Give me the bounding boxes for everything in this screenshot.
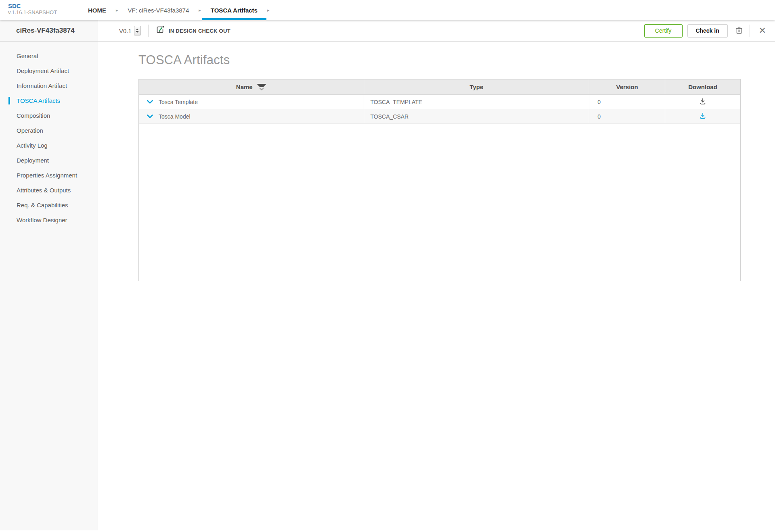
- artifact-type: TOSCA_CSAR: [364, 109, 590, 123]
- table-header-row: Name Type Version Download: [139, 79, 740, 95]
- table-row[interactable]: Tosca Model TOSCA_CSAR 0: [139, 109, 740, 124]
- breadcrumb-home[interactable]: HOME: [79, 0, 115, 20]
- version-spinner[interactable]: [134, 26, 141, 35]
- sidebar-item-operation[interactable]: Operation: [0, 123, 98, 138]
- breadcrumb-arrow-icon: ▸: [115, 8, 119, 13]
- sidebar-item-deployment-artifact[interactable]: Deployment Artifact: [0, 63, 98, 78]
- lifecycle-status: IN DESIGN CHECK OUT: [156, 25, 230, 36]
- download-icon[interactable]: [699, 98, 706, 106]
- artifact-name: Tosca Model: [159, 113, 191, 120]
- artifact-version: 0: [589, 109, 665, 123]
- sidebar-item-properties-assignment[interactable]: Properties Assignment: [0, 168, 98, 183]
- artifacts-table: Name Type Version Download: [138, 79, 741, 281]
- sidebar-item-composition[interactable]: Composition: [0, 108, 98, 123]
- sidebar-item-req-capabilities[interactable]: Req. & Capabilities: [0, 198, 98, 213]
- spinner-down-icon: [136, 31, 139, 33]
- header-actions: Certify Check in ✕: [644, 24, 769, 38]
- top-bar: SDC v.1.16.1-SNAPSHOT HOME ▸ VF: ciRes-V…: [0, 0, 775, 20]
- sidebar-item-general[interactable]: General: [0, 48, 98, 63]
- sdc-app: SDC v.1.16.1-SNAPSHOT HOME ▸ VF: ciRes-V…: [0, 0, 775, 532]
- sort-icon: [257, 84, 266, 90]
- expand-chevron-icon[interactable]: [147, 100, 153, 104]
- version-value: V0.1: [119, 27, 132, 34]
- breadcrumb-vf[interactable]: VF: ciRes-VF43fa3874: [119, 0, 198, 20]
- sidebar-item-activity-log[interactable]: Activity Log: [0, 138, 98, 153]
- breadcrumb-arrow-icon: ▸: [198, 8, 202, 13]
- component-title-panel: ciRes-VF43fa3874: [0, 20, 98, 41]
- sidebar-item-attributes-outputs[interactable]: Attributes & Outputs: [0, 183, 98, 198]
- app-version-text: v.1.16.1-SNAPSHOT: [8, 9, 79, 16]
- certify-button[interactable]: Certify: [644, 24, 683, 38]
- column-header-download[interactable]: Download: [665, 79, 740, 94]
- sidebar-item-tosca-artifacts[interactable]: TOSCA Artifacts: [0, 93, 98, 108]
- close-icon: ✕: [759, 27, 766, 35]
- breadcrumb-tosca-artifacts[interactable]: TOSCA Artifacts: [202, 0, 266, 20]
- divider: [750, 25, 750, 37]
- app-logo: SDC v.1.16.1-SNAPSHOT: [0, 0, 79, 20]
- main-content: TOSCA Artifacts Name Type Version Downlo…: [98, 42, 775, 530]
- delete-button[interactable]: [735, 26, 743, 36]
- breadcrumb-arrow-icon: ▸: [266, 8, 270, 13]
- lifecycle-status-text: IN DESIGN CHECK OUT: [169, 28, 230, 34]
- column-header-name[interactable]: Name: [139, 79, 364, 94]
- column-header-version[interactable]: Version: [589, 79, 665, 94]
- sidebar-item-deployment[interactable]: Deployment: [0, 153, 98, 168]
- checkout-pencil-icon: [156, 25, 165, 36]
- checkin-button[interactable]: Check in: [687, 24, 728, 38]
- download-icon[interactable]: [699, 112, 706, 121]
- page-title: TOSCA Artifacts: [98, 42, 775, 67]
- expand-chevron-icon[interactable]: [147, 115, 153, 119]
- spinner-up-icon: [136, 29, 139, 30]
- column-header-type[interactable]: Type: [364, 79, 590, 94]
- close-button[interactable]: ✕: [756, 27, 769, 35]
- breadcrumb: HOME ▸ VF: ciRes-VF43fa3874 ▸ TOSCA Arti…: [79, 0, 270, 20]
- app-logo-text: SDC: [8, 2, 79, 9]
- sidebar: General Deployment Artifact Information …: [0, 42, 98, 530]
- artifact-type: TOSCA_TEMPLATE: [364, 95, 590, 109]
- component-header: ciRes-VF43fa3874 V0.1 IN DESIGN CHECK OU…: [0, 20, 775, 42]
- component-title: ciRes-VF43fa3874: [16, 27, 75, 35]
- divider: [148, 25, 149, 37]
- artifact-name: Tosca Template: [159, 99, 198, 105]
- version-selector[interactable]: V0.1: [119, 26, 141, 35]
- trash-icon: [735, 26, 743, 36]
- table-row[interactable]: Tosca Template TOSCA_TEMPLATE 0: [139, 95, 740, 109]
- sidebar-item-information-artifact[interactable]: Information Artifact: [0, 78, 98, 93]
- artifact-version: 0: [589, 95, 665, 109]
- sidebar-item-workflow-designer[interactable]: Workflow Designer: [0, 213, 98, 227]
